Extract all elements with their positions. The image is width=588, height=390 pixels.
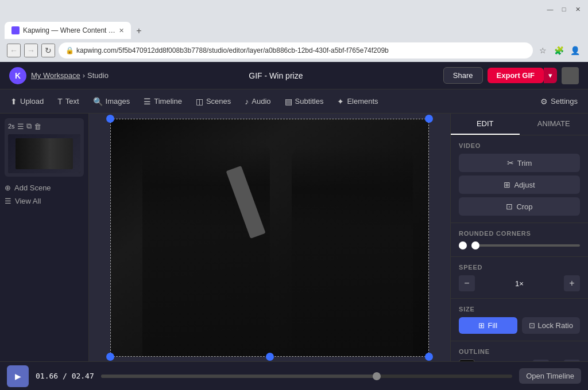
brand-avatar: K xyxy=(9,67,26,84)
timeline-button[interactable]: ☰ Timeline xyxy=(138,94,188,109)
images-icon: 🔍 xyxy=(93,97,103,106)
settings-button[interactable]: ⚙ Settings xyxy=(535,94,583,109)
corners-slider[interactable] xyxy=(471,244,580,247)
handle-bottom-left[interactable] xyxy=(106,353,114,361)
nav-actions: Share Export GIF ▾ xyxy=(443,67,579,84)
url-text: kapwing.com/5f5b470912dd8f008b3b7788/stu… xyxy=(76,46,389,54)
share-button[interactable]: Share xyxy=(443,67,483,84)
progress-fill xyxy=(101,375,377,378)
right-panel: EDIT ANIMATE VIDEO ✂ Trim ⊞ Adjust ⊡ Cro… xyxy=(450,114,588,361)
handle-top-left[interactable] xyxy=(106,115,114,123)
images-button[interactable]: 🔍 Images xyxy=(87,94,136,109)
scene-menu-icon[interactable]: ☰ xyxy=(17,122,24,131)
upload-button[interactable]: ⬆ Upload xyxy=(5,94,49,109)
audio-button[interactable]: ♪ Audio xyxy=(239,94,276,109)
canvas-area: ↻ xyxy=(89,114,450,361)
address-input[interactable]: 🔒 kapwing.com/5f5b470912dd8f008b3b7788/s… xyxy=(59,42,533,58)
subtitles-icon: ▤ xyxy=(285,97,292,106)
canvas-video xyxy=(110,119,429,357)
export-dropdown-button[interactable]: ▾ xyxy=(544,68,557,83)
scenes-button[interactable]: ◫ Scenes xyxy=(190,94,237,109)
size-label: SIZE xyxy=(459,306,580,313)
outline-section: OUTLINE #000000 − + xyxy=(451,341,588,361)
tab-edit[interactable]: EDIT xyxy=(451,114,520,135)
elements-button[interactable]: ✦ Elements xyxy=(331,94,384,109)
rounded-corners-label: ROUNDED CORNERS xyxy=(459,230,580,237)
back-button[interactable]: ← xyxy=(7,44,21,57)
subtitles-button[interactable]: ▤ Subtitles xyxy=(279,94,330,109)
minimize-button[interactable]: — xyxy=(544,3,556,15)
breadcrumb-sep: › xyxy=(83,71,85,80)
workspace-link[interactable]: My Workspace xyxy=(31,71,80,80)
outline-label: OUTLINE xyxy=(459,348,580,355)
handle-bottom-center[interactable] xyxy=(266,353,274,361)
audio-icon: ♪ xyxy=(245,97,249,106)
forward-button[interactable]: → xyxy=(24,44,38,57)
video-label: VIDEO xyxy=(459,142,580,149)
scene-thumbnail xyxy=(8,134,80,173)
tab-favicon xyxy=(11,26,20,34)
scene-controls: 2s ☰ ⧉ 🗑 xyxy=(8,122,80,131)
progress-bar[interactable] xyxy=(101,375,512,378)
corners-slider-row xyxy=(459,241,580,249)
settings-icon: ⚙ xyxy=(540,97,548,106)
upload-icon: ⬆ xyxy=(10,97,17,106)
breadcrumb: My Workspace › Studio xyxy=(31,71,109,80)
trim-button[interactable]: ✂ Trim xyxy=(459,154,580,172)
text-icon: T xyxy=(57,97,63,106)
progress-thumb[interactable] xyxy=(373,372,381,380)
tab-close-icon[interactable]: ✕ xyxy=(119,27,124,34)
crop-button[interactable]: ⊡ Crop xyxy=(459,197,580,216)
brand: K My Workspace › Studio xyxy=(9,67,109,84)
panel-tabs: EDIT ANIMATE xyxy=(451,114,588,135)
reload-button[interactable]: ↻ xyxy=(41,44,55,57)
speed-label: SPEED xyxy=(459,264,580,271)
fill-icon: ⊞ xyxy=(478,321,485,330)
handle-top-right[interactable] xyxy=(425,115,433,123)
toolbar: ⬆ Upload T Text 🔍 Images ☰ Timeline ◫ Sc… xyxy=(0,89,588,114)
scene-copy-icon[interactable]: ⧉ xyxy=(26,122,32,131)
open-timeline-button[interactable]: Open Timeline xyxy=(519,368,581,384)
size-buttons: ⊞ Fill ⊡ Lock Ratio xyxy=(459,317,580,334)
timeline-bar: ▶ 01.66 / 02.47 Open Timeline xyxy=(0,361,588,390)
speed-control: − 1× + xyxy=(459,275,580,291)
scene-thumb-image xyxy=(8,134,80,173)
extension-icon[interactable]: 🧩 xyxy=(552,44,565,57)
browser-tab[interactable]: Kapwing — Where Content Crea ✕ xyxy=(5,22,131,39)
scene-item: 2s ☰ ⧉ 🗑 xyxy=(5,118,84,177)
close-button[interactable]: ✕ xyxy=(572,3,583,15)
tab-animate[interactable]: ANIMATE xyxy=(520,114,589,135)
address-bar: ← → ↻ 🔒 kapwing.com/5f5b470912dd8f008b3b… xyxy=(0,39,588,62)
left-panel: 2s ☰ ⧉ 🗑 ⊕ Add Scene ☰ View All xyxy=(0,114,89,361)
lock-ratio-button[interactable]: ⊡ Lock Ratio xyxy=(522,317,581,334)
speed-minus-button[interactable]: − xyxy=(459,275,475,291)
play-icon: ▶ xyxy=(15,372,21,381)
scene-delete-icon[interactable]: 🗑 xyxy=(34,122,41,131)
scene-time: 2s xyxy=(8,123,15,130)
speed-plus-button[interactable]: + xyxy=(564,275,580,291)
current-time: 01.66 / 02.47 xyxy=(36,372,94,380)
lock-ratio-icon: ⊡ xyxy=(529,321,535,330)
trim-icon: ✂ xyxy=(507,158,514,167)
bookmark-icon[interactable]: ☆ xyxy=(536,44,549,57)
profile-icon[interactable]: 👤 xyxy=(568,44,581,57)
browser-chrome: — □ ✕ Kapwing — Where Content Crea ✕ + ←… xyxy=(0,0,588,62)
speed-value: 1× xyxy=(479,279,559,288)
adjust-button[interactable]: ⊞ Adjust xyxy=(459,176,580,194)
view-all-button[interactable]: ☰ View All xyxy=(5,194,84,208)
timeline-icon: ☰ xyxy=(144,97,151,106)
main-area: 2s ☰ ⧉ 🗑 ⊕ Add Scene ☰ View All xyxy=(0,114,588,361)
handle-bottom-right[interactable] xyxy=(425,353,433,361)
export-button[interactable]: Export GIF xyxy=(488,68,544,83)
add-scene-button[interactable]: ⊕ Add Scene xyxy=(5,181,84,194)
add-scene-icon: ⊕ xyxy=(5,184,11,192)
view-all-icon: ☰ xyxy=(5,197,11,205)
fill-button[interactable]: ⊞ Fill xyxy=(459,317,517,334)
scenes-icon: ◫ xyxy=(196,97,203,106)
window-controls: — □ ✕ xyxy=(544,3,583,15)
play-button[interactable]: ▶ xyxy=(7,365,29,387)
new-tab-button[interactable]: + xyxy=(131,23,147,39)
text-button[interactable]: T Text xyxy=(52,94,84,109)
maximize-button[interactable]: □ xyxy=(558,3,570,15)
size-section: SIZE ⊞ Fill ⊡ Lock Ratio xyxy=(451,299,588,341)
